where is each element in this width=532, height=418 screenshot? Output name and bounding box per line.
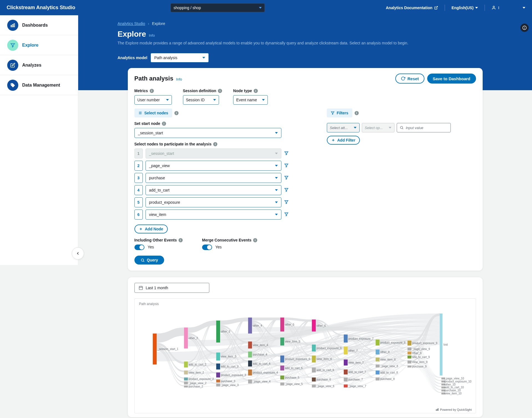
node-filter-button[interactable] <box>284 188 289 193</box>
breadcrumb-current: Explore <box>152 21 165 26</box>
help-fab[interactable] <box>520 24 529 32</box>
info-icon[interactable]: i <box>174 111 179 115</box>
caret-down-icon[interactable] <box>523 7 525 9</box>
sidebar-item-explore[interactable]: Explore <box>0 35 78 55</box>
metrics-value: User number <box>138 98 160 102</box>
svg-rect-54 <box>280 376 284 379</box>
sidebar-item-dashboards[interactable]: Dashboards <box>0 15 78 35</box>
info-icon[interactable]: i <box>253 238 257 242</box>
config-info-link[interactable]: Info <box>176 77 182 81</box>
svg-rect-77 <box>407 356 411 359</box>
filter-icon <box>331 111 335 115</box>
save-dashboard-button[interactable]: Save to Dashboard <box>427 74 476 84</box>
config-columns: Select nodes i Set start nodei _session_… <box>128 109 483 256</box>
participate-label: Select nodes to participate in the analy… <box>134 142 212 146</box>
nodetype-select[interactable]: Event name <box>233 95 268 105</box>
plus-icon <box>331 138 335 142</box>
info-icon[interactable]: i <box>179 238 183 242</box>
reset-button[interactable]: Reset <box>395 74 424 84</box>
node-filter-button[interactable] <box>284 200 289 205</box>
session-select[interactable]: Session ID <box>183 95 219 105</box>
svg-rect-31 <box>153 334 157 365</box>
info-icon[interactable]: i <box>162 122 166 126</box>
date-range-select[interactable]: Last 1 month <box>134 283 209 293</box>
node-index: 1 <box>134 148 143 158</box>
merge-label: Merge Consecutive Events <box>202 238 251 242</box>
sankey-chart[interactable]: _session_start_1other_2add_to_cart_2view… <box>139 308 471 407</box>
node-select[interactable]: purchase <box>146 173 281 183</box>
page-info-link[interactable]: Info <box>149 33 155 37</box>
info-icon[interactable]: i <box>150 89 154 93</box>
caret-down-icon <box>389 127 391 129</box>
breadcrumb-root[interactable]: Analytics Studio <box>118 21 145 26</box>
sankey-node-label: other_5 <box>285 323 294 326</box>
sankey-node-label: _page_view_2 <box>189 382 207 385</box>
caret-down-icon <box>475 7 478 9</box>
filter-operator-select[interactable]: Select op... <box>362 123 394 132</box>
quicksight-icon <box>436 408 439 411</box>
node-select[interactable]: _page_view <box>146 161 281 171</box>
svg-rect-73 <box>375 377 379 381</box>
filter-value-input[interactable]: Input value <box>397 123 451 132</box>
start-node-select[interactable]: _session_start <box>134 128 281 138</box>
caret-down-icon <box>275 153 278 154</box>
merge-toggle[interactable] <box>202 245 212 250</box>
sidebar-item-data-management[interactable]: Data Management <box>0 75 78 95</box>
sankey-node-label: add_to_cart_5 <box>285 367 303 370</box>
node-select-value: product_exposure <box>149 200 180 205</box>
include-other-toggle-group: Including Other Eventsi Yes <box>134 238 183 250</box>
svg-rect-69 <box>375 349 379 354</box>
node-select[interactable]: add_to_cart <box>146 185 281 195</box>
svg-rect-88 <box>437 409 437 411</box>
caret-down-icon <box>354 127 357 129</box>
caret-down-icon <box>166 99 169 101</box>
nodetype-label: Node type <box>233 89 252 93</box>
node-filter-button[interactable] <box>284 175 289 181</box>
svg-rect-80 <box>440 314 442 376</box>
analytics-doc-link[interactable]: Analytics Documentation <box>386 6 438 10</box>
sankey-node-label: add_to_cart_4 <box>253 362 270 365</box>
config-card: Path analysis Info Reset Save to Dashboa… <box>128 68 483 271</box>
query-button[interactable]: Query <box>134 256 164 265</box>
sankey-node-label: other_9 <box>412 352 421 355</box>
node-select-value: _session_start <box>149 151 174 156</box>
node-filter-button[interactable] <box>284 212 289 217</box>
language-selector[interactable]: English(US) <box>452 6 478 10</box>
select-nodes-pill[interactable]: Select nodes <box>134 109 172 117</box>
top-header: Clickstream Analytics Studio shopping / … <box>0 0 532 15</box>
user-menu[interactable]: I <box>492 6 499 10</box>
analytics-model-select[interactable]: Path analysis <box>151 53 209 62</box>
include-other-toggle[interactable] <box>134 245 144 250</box>
info-icon[interactable]: i <box>254 89 258 93</box>
config-title: Path analysis Info <box>134 75 182 82</box>
sidebar-collapse-button[interactable] <box>72 247 84 260</box>
info-icon[interactable]: i <box>218 89 222 93</box>
add-filter-button[interactable]: Add Filter <box>327 136 360 145</box>
node-filter-button[interactable] <box>284 163 289 168</box>
filters-pill[interactable]: Filters <box>327 109 352 117</box>
svg-rect-61 <box>312 384 315 387</box>
merge-value: Yes <box>215 245 222 249</box>
sankey-node-label: add_to_cart_7 <box>348 371 366 374</box>
svg-marker-14 <box>285 176 288 179</box>
include-other-value: Yes <box>147 245 154 249</box>
dashboard-icon <box>7 20 18 31</box>
svg-rect-63 <box>343 346 347 354</box>
caret-down-icon <box>275 189 278 191</box>
node-select[interactable]: view_item <box>146 210 281 220</box>
start-node-label: Set start node <box>134 121 160 126</box>
project-selector[interactable]: shopping / shop <box>170 3 265 12</box>
info-icon[interactable]: i <box>355 111 359 115</box>
add-node-button[interactable]: Add Node <box>134 225 168 233</box>
node-select[interactable]: product_exposure <box>146 197 281 207</box>
sankey-node-label: purchase_5 <box>285 376 299 379</box>
node-filter-button[interactable] <box>284 151 289 156</box>
info-icon[interactable]: i <box>213 142 217 146</box>
sidebar-item-label: Data Management <box>22 83 60 88</box>
svg-rect-3 <box>12 24 13 27</box>
metrics-select[interactable]: User number <box>134 95 172 105</box>
caret-down-icon <box>275 177 278 179</box>
sankey-node-label: view_item_4 <box>253 344 268 347</box>
filter-attribute-select[interactable]: Select att... <box>327 123 360 132</box>
sidebar-item-analyzes[interactable]: Analyzes <box>0 55 78 75</box>
